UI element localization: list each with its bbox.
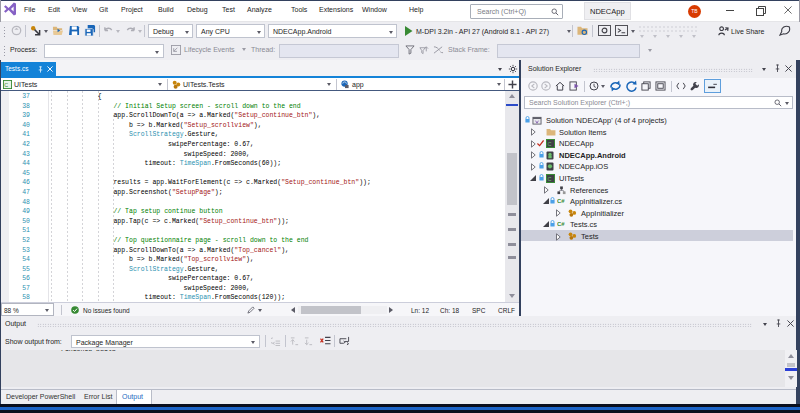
svg-text:C#: C#	[557, 198, 565, 204]
svg-text:C: C	[547, 176, 551, 182]
svg-text:C#: C#	[557, 222, 565, 228]
svg-text:C: C	[4, 82, 8, 88]
svg-text:C: C	[547, 141, 551, 147]
